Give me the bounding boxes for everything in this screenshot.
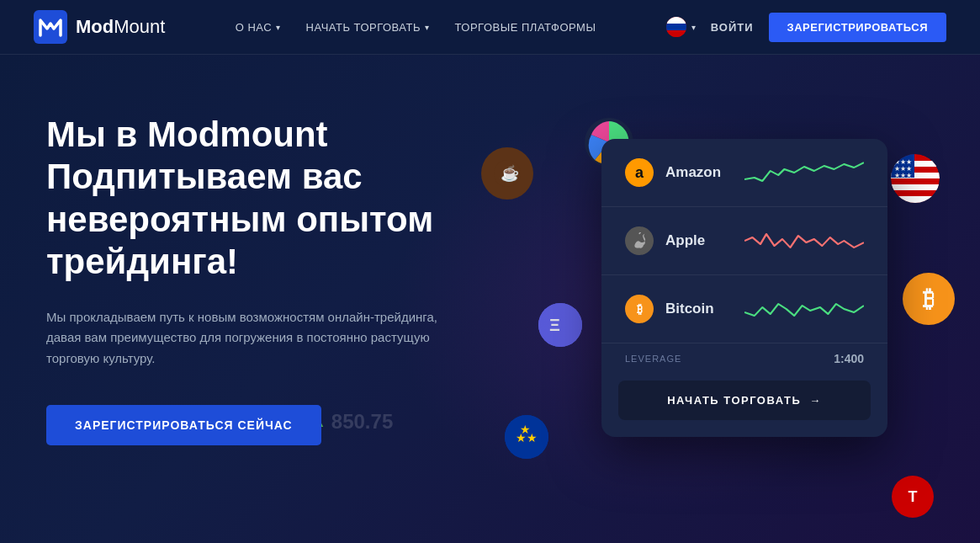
bitcoin-orange-icon: ₿ <box>903 273 955 325</box>
svg-rect-3 <box>666 30 686 37</box>
amazon-label: Amazon <box>665 164 733 181</box>
hero-content: Мы в Modmount Подпитываем вас невероятны… <box>0 55 488 543</box>
logo-icon <box>34 10 67 44</box>
nav-platforms[interactable]: ТОРГОВЫЕ ПЛАТФОРМЫ <box>454 21 596 34</box>
leverage-value: 1:400 <box>834 352 864 365</box>
svg-text:☕: ☕ <box>501 164 520 183</box>
trade-button-label: НАЧАТЬ ТОРГОВАТЬ <box>667 394 801 407</box>
apple-chart <box>744 222 864 259</box>
apple-icon <box>625 226 654 255</box>
svg-text:Ξ: Ξ <box>549 316 560 334</box>
hero-subtitle: Мы прокладываем путь к новым возможностя… <box>46 307 467 370</box>
logo[interactable]: ModMount <box>34 10 165 44</box>
usa-flag-icon: ★★★ ★★★ ★★★ <box>891 154 940 203</box>
apple-label: Apple <box>665 232 733 249</box>
login-button[interactable]: ВОЙТИ <box>711 21 754 34</box>
logo-text: ModMount <box>76 16 165 38</box>
chevron-down-icon: ▾ <box>691 23 696 32</box>
ethereum-icon: Ξ <box>538 303 582 347</box>
amazon-chart <box>744 154 864 191</box>
nav-about[interactable]: О НАС▾ <box>236 21 281 34</box>
bitcoin-label: Bitcoin <box>665 301 733 317</box>
svg-rect-16 <box>891 196 940 203</box>
amazon-icon: a <box>625 158 654 187</box>
hero-section: ☕ Ξ ★★ ★ <box>0 55 980 543</box>
hero-title: Мы в Modmount Подпитываем вас невероятны… <box>46 114 488 284</box>
svg-rect-0 <box>34 10 67 44</box>
nav-links: О НАС▾ НАЧАТЬ ТОРГОВАТЬ▾ ТОРГОВЫЕ ПЛАТФО… <box>236 21 596 34</box>
svg-rect-2 <box>666 24 686 30</box>
nav-start-trading[interactable]: НАЧАТЬ ТОРГОВАТЬ▾ <box>306 21 430 34</box>
svg-rect-15 <box>891 184 940 190</box>
flag-icon <box>666 17 686 37</box>
asset-row-bitcoin: ₿ Bitcoin <box>601 275 887 343</box>
navbar: ModMount О НАС▾ НАЧАТЬ ТОРГОВАТЬ▾ ТОРГОВ… <box>0 0 980 55</box>
register-button[interactable]: ЗАРЕГИСТРИРОВАТЬСЯ <box>769 13 946 42</box>
tesla-icon: T <box>892 476 934 518</box>
start-trading-button[interactable]: НАЧАТЬ ТОРГОВАТЬ → <box>618 381 871 420</box>
bitcoin-chart <box>744 290 864 327</box>
coffee-icon: ☕ <box>481 147 533 200</box>
svg-text:★★★: ★★★ <box>894 172 912 179</box>
bitcoin-card-icon: ₿ <box>625 295 654 323</box>
svg-point-7 <box>538 303 582 347</box>
leverage-label: LEVERAGE <box>625 354 681 364</box>
asset-row-apple: Apple <box>601 207 887 275</box>
trading-card: a Amazon Apple <box>601 139 887 437</box>
cta-register-button[interactable]: ЗАРЕГИСТРИРОВАТЬСЯ СЕЙЧАС <box>46 405 321 445</box>
svg-text:★: ★ <box>520 423 531 436</box>
svg-rect-1 <box>666 17 686 24</box>
nav-right: ▾ ВОЙТИ ЗАРЕГИСТРИРОВАТЬСЯ <box>666 13 946 42</box>
trade-button-arrow: → <box>809 394 822 407</box>
language-selector[interactable]: ▾ <box>666 17 696 37</box>
card-leverage: LEVERAGE 1:400 <box>601 343 887 370</box>
eu-flag-icon: ★★ ★ <box>505 415 548 459</box>
asset-row-amazon: a Amazon <box>601 139 887 207</box>
